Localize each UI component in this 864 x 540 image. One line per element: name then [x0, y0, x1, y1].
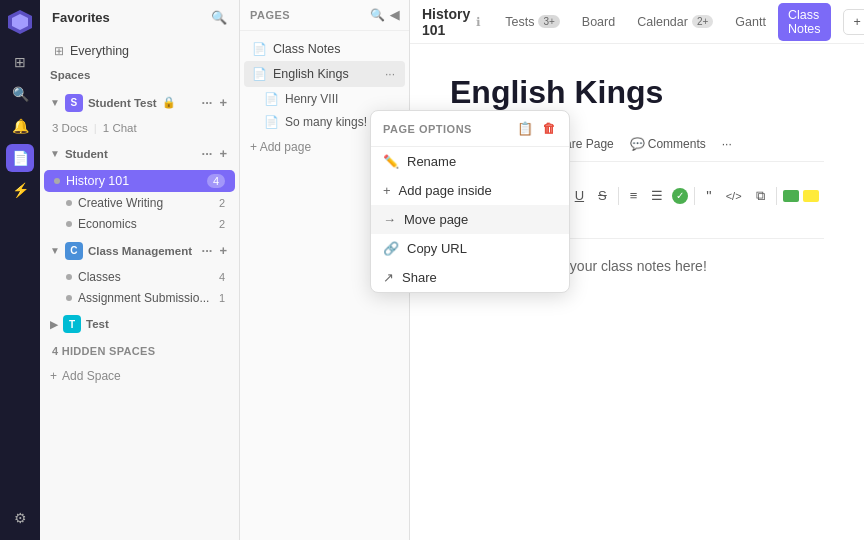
strikethrough-button[interactable]: S [593, 185, 612, 206]
sidebar-item-creative[interactable]: Creative Writing 2 [44, 193, 235, 213]
info-icon[interactable]: ℹ [476, 15, 481, 29]
ordered-list-button[interactable]: ☰ [646, 185, 668, 206]
page-item-english-kings[interactable]: 📄 English Kings ··· [244, 61, 405, 87]
spaces-group[interactable]: Spaces [40, 63, 239, 87]
copy-url-icon: 🔗 [383, 241, 399, 256]
add-icon-2[interactable]: + [217, 144, 229, 163]
context-menu: PAGE OPTIONS 📋 🗑 ✏️ Rename + Add page in… [370, 110, 570, 293]
add-page-label: + Add page [250, 140, 311, 154]
classes-badge: 4 [219, 271, 225, 283]
student-label: Student [65, 148, 108, 160]
board-label: Board [582, 15, 615, 29]
context-menu-title: PAGE OPTIONS [383, 123, 472, 135]
class-management-icon: C [65, 242, 83, 260]
dot-icon-3 [66, 221, 72, 227]
english-kings-more[interactable]: ··· [383, 65, 397, 83]
creative-label: Creative Writing [78, 196, 163, 210]
history-label: History 101 [66, 174, 129, 188]
sidebar-item-home[interactable]: ⊞ [6, 48, 34, 76]
context-copy-icon[interactable]: 📋 [515, 119, 536, 138]
comments-button[interactable]: 💬 Comments [624, 133, 712, 155]
more-icon[interactable]: ··· [200, 93, 215, 112]
code-button[interactable]: </> [721, 187, 747, 205]
sidebar-search-icon[interactable]: 🔍 [211, 10, 227, 25]
topbar-title: History 101 [422, 6, 470, 38]
context-menu-header-actions: 📋 🗑 [515, 119, 557, 138]
student-test-group[interactable]: ▼ S Student Test 🔒 ··· + [40, 87, 239, 118]
sidebar-item-everything[interactable]: ⊞ Everything [44, 40, 235, 62]
view-button[interactable]: + View [843, 9, 864, 35]
economics-label: Economics [78, 217, 137, 231]
page-item-class-notes[interactable]: 📄 Class Notes [244, 38, 405, 60]
student-test-label: Student Test [88, 97, 157, 109]
so-many-kings-label: So many kings! [285, 115, 367, 129]
sidebar-item-settings[interactable]: ⚙ [6, 504, 34, 532]
search-pages-icon[interactable]: 🔍 [370, 8, 386, 22]
class-management-actions: ··· + [200, 241, 229, 260]
test-group[interactable]: ▶ T Test [40, 309, 239, 339]
add-space-button[interactable]: + Add Space [40, 363, 239, 389]
more-icon-2[interactable]: ··· [200, 144, 215, 163]
tab-board[interactable]: Board [572, 10, 625, 34]
tab-gantt[interactable]: Gantt [725, 10, 776, 34]
sidebar-item-search[interactable]: 🔍 [6, 80, 34, 108]
sidebar-item-classes[interactable]: Classes 4 [44, 267, 235, 287]
hidden-spaces: 4 HIDDEN SPACES [40, 339, 239, 363]
page-item-henry-viii[interactable]: 📄 Henry VIII [244, 88, 405, 110]
student-actions: ··· + [200, 144, 229, 163]
student-test-icon: S [65, 94, 83, 112]
add-icon-3[interactable]: + [217, 241, 229, 260]
color-green-button[interactable] [783, 190, 799, 202]
english-kings-actions: ··· [383, 65, 397, 83]
context-rename[interactable]: ✏️ Rename [371, 147, 569, 176]
add-space-label: Add Space [62, 369, 121, 383]
list-button[interactable]: ≡ [625, 185, 643, 206]
henry-viii-label: Henry VIII [285, 92, 338, 106]
add-icon[interactable]: + [217, 93, 229, 112]
tests-badge: 3+ [538, 15, 559, 28]
rename-label: Rename [407, 154, 456, 169]
lock-icon: 🔒 [162, 96, 176, 109]
collapse-pages-icon[interactable]: ◀ [390, 8, 400, 22]
sidebar-item-assignment[interactable]: Assignment Submissio... 1 [44, 288, 235, 308]
app-logo[interactable] [6, 8, 34, 36]
share-label: Share [402, 270, 437, 285]
class-management-group[interactable]: ▼ C Class Management ··· + [40, 235, 239, 266]
collapse-arrow-4: ▶ [50, 319, 58, 330]
check-button[interactable]: ✓ [672, 188, 688, 204]
add-space-icon: + [50, 369, 57, 383]
sidebar-item-pages[interactable]: 📄 [6, 144, 34, 172]
sidebar-item-notification[interactable]: 🔔 [6, 112, 34, 140]
context-trash-icon[interactable]: 🗑 [540, 119, 558, 138]
context-add-page[interactable]: + Add page inside [371, 176, 569, 205]
tab-class-notes[interactable]: Class Notes [778, 3, 831, 41]
sidebar-item-economics[interactable]: Economics 2 [44, 214, 235, 234]
collapse-arrow-3: ▼ [50, 245, 60, 256]
context-menu-header: PAGE OPTIONS 📋 🗑 [371, 111, 569, 147]
sidebar-item-apps[interactable]: ⚡ [6, 176, 34, 204]
student-group[interactable]: ▼ Student ··· + [40, 138, 239, 169]
assignment-badge: 1 [219, 292, 225, 304]
context-share[interactable]: ↗ Share [371, 263, 569, 292]
everything-label: Everything [70, 44, 129, 58]
pages-header-actions: 🔍 ◀ [370, 8, 399, 22]
class-management-label: Class Management [88, 245, 192, 257]
sidebar-item-history[interactable]: History 101 4 [44, 170, 235, 192]
quote-button[interactable]: " [701, 184, 716, 207]
more-icon-3[interactable]: ··· [200, 241, 215, 260]
tab-calendar[interactable]: Calendar 2+ [627, 10, 723, 34]
tab-tests[interactable]: Tests 3+ [495, 10, 570, 34]
underline-button[interactable]: U [570, 185, 589, 206]
embed-button[interactable]: ⧉ [751, 185, 770, 207]
dot-icon [54, 178, 60, 184]
more-options-icon[interactable]: ··· [716, 133, 738, 155]
english-kings-label: English Kings [273, 67, 349, 81]
context-copy-url[interactable]: 🔗 Copy URL [371, 234, 569, 263]
context-move-page[interactable]: → Move page [371, 205, 569, 234]
share-icon: ↗ [383, 270, 394, 285]
docs-link[interactable]: 3 Docs [52, 122, 88, 134]
comments-label: Comments [648, 137, 706, 151]
favorites-title: Favorites [52, 10, 110, 25]
color-yellow-button[interactable] [803, 190, 819, 202]
chat-link[interactable]: 1 Chat [103, 122, 137, 134]
